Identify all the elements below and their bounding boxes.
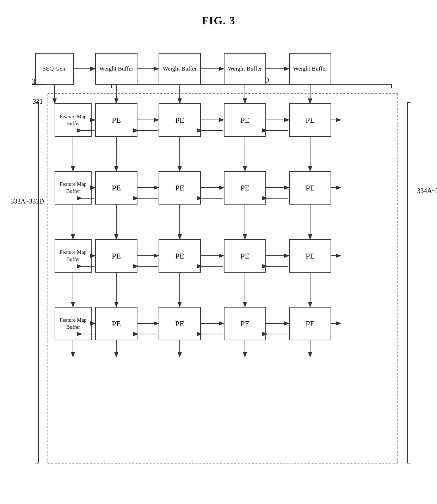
- weight-buffer-2: Weight Buffer: [159, 53, 201, 85]
- weight-buffer-4: Weight Buffer: [289, 53, 331, 85]
- fm-buffer-1: Feature Map Buffer: [55, 103, 92, 137]
- outer-dashed-border: [48, 93, 398, 463]
- left-brace: [32, 102, 39, 463]
- pe-2-3: PE: [224, 171, 266, 205]
- label-333: 333A~333D: [11, 198, 44, 205]
- pe-2-4: PE: [289, 171, 331, 205]
- pe-2-2: PE: [159, 171, 201, 205]
- pe-1-3: PE: [224, 103, 266, 137]
- seq-gen-block: SEQ Gen.: [35, 53, 74, 85]
- right-brace: [407, 102, 414, 463]
- pe-1-1: PE: [95, 103, 137, 137]
- pe-1-2: PE: [159, 103, 201, 137]
- weight-buffer-3: Weight Buffer: [224, 53, 266, 85]
- diagram-container: 330 332A~332D 331 SEQ Gen. Weight Buffer…: [28, 46, 409, 483]
- pe-3-1: PE: [95, 239, 137, 273]
- pe-4-3: PE: [224, 307, 266, 340]
- pe-3-4: PE: [289, 239, 331, 273]
- label-334: 334A~334P: [417, 187, 437, 195]
- fm-buffer-4: Feature Map Buffer: [55, 307, 92, 340]
- pe-3-3: PE: [224, 239, 266, 273]
- fm-buffer-3: Feature Map Buffer: [55, 239, 92, 273]
- page-title: FIG. 3: [0, 0, 437, 27]
- weight-buffer-1: Weight Buffer: [95, 53, 137, 85]
- pe-2-1: PE: [95, 171, 137, 205]
- pe-4-4: PE: [289, 307, 331, 340]
- fm-buffer-2: Feature Map Buffer: [55, 171, 92, 205]
- pe-4-2: PE: [159, 307, 201, 340]
- pe-3-2: PE: [159, 239, 201, 273]
- pe-1-4: PE: [289, 103, 331, 137]
- pe-4-1: PE: [95, 307, 137, 340]
